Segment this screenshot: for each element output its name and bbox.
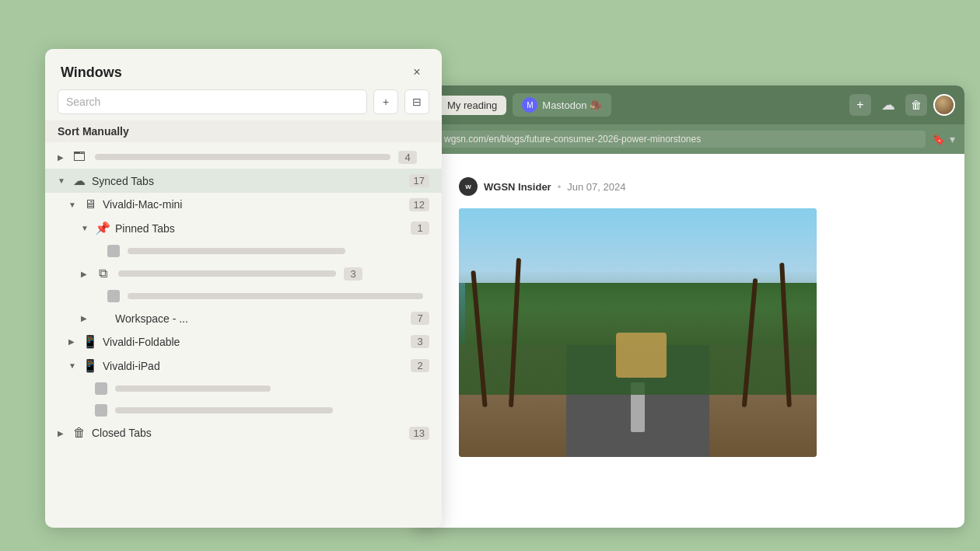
pin-icon: 📌 xyxy=(95,221,110,235)
new-tab-button[interactable]: + xyxy=(849,94,871,116)
bookmark-icon[interactable]: 🔖 xyxy=(932,133,945,145)
close-button[interactable]: × xyxy=(408,63,426,82)
tab-title-placeholder xyxy=(115,407,333,413)
tab-title-placeholder xyxy=(128,293,423,299)
article-date: Jun 07, 2024 xyxy=(567,181,625,193)
list-item-pinned-tabs[interactable]: ▼ 📌 Pinned Tabs 1 xyxy=(45,216,442,240)
synced-tabs-count: 17 xyxy=(409,174,429,187)
list-item-workspace[interactable]: ▶ Workspace - ... 7 xyxy=(45,307,442,330)
mac-mini-count: 12 xyxy=(409,198,429,211)
tab-favicon-placeholder xyxy=(95,404,107,417)
list-item[interactable]: ▶ 🗔 4 xyxy=(45,145,442,169)
panel-title: Windows xyxy=(61,65,122,81)
list-item-ipad[interactable]: ▼ 📱 Vivaldi-iPad 2 xyxy=(45,354,442,378)
sort-row: Sort Manually xyxy=(45,120,442,142)
dropdown-icon[interactable]: ▾ xyxy=(950,133,955,145)
cloud-sync-icon: ☁ xyxy=(72,173,87,188)
list-item-tab[interactable] xyxy=(45,285,442,307)
list-item-closed-tabs[interactable]: ▶ 🗑 Closed Tabs 13 xyxy=(45,421,442,445)
closed-tabs-count: 13 xyxy=(409,427,429,440)
chevron-down-icon: ▼ xyxy=(68,201,78,209)
sort-label: Sort Manually xyxy=(58,125,129,138)
tab-mastodon-label: Mastodon 🦣 xyxy=(542,99,602,111)
synced-tabs-label: Synced Tabs xyxy=(92,175,404,187)
browser-toolbar: 🔖 My reading M Mastodon 🦣 + ☁ 🗑 xyxy=(412,85,964,124)
workspace-label: Workspace - ... xyxy=(115,312,406,325)
chevron-right-icon: ▶ xyxy=(81,270,90,278)
foldable-label: Vivaldi-Foldable xyxy=(103,336,406,348)
tablet-icon: 📱 xyxy=(82,358,98,373)
panel-header: Windows × xyxy=(45,49,442,89)
foldable-count: 3 xyxy=(411,335,429,348)
url-bar: ☰ wgsn.com/en/blogs/future-consumer-2026… xyxy=(412,124,964,154)
window-icon: 🗔 xyxy=(72,150,87,164)
chevron-down-icon: ▼ xyxy=(58,176,67,185)
browser-window: 🔖 My reading M Mastodon 🦣 + ☁ 🗑 ☰ wgsn.c… xyxy=(412,85,964,528)
chevron-right-icon: ▶ xyxy=(58,153,67,162)
pinned-tabs-count: 1 xyxy=(411,221,429,235)
url-text[interactable]: wgsn.com/en/blogs/future-consumer-2026-p… xyxy=(438,131,926,148)
list-item-pinned-item[interactable] xyxy=(45,240,442,262)
sync-icon[interactable]: ☁ xyxy=(877,94,899,116)
chevron-right-icon: ▶ xyxy=(81,314,90,323)
tab-title-placeholder xyxy=(95,154,390,160)
window-list: ▶ 🗔 4 ▼ ☁ Synced Tabs 17 ▼ 🖥 Vivaldi-Mac… xyxy=(45,142,442,528)
tab-title-placeholder xyxy=(128,248,345,254)
article-content: W WGSN Insider • Jun 07, 2024 xyxy=(412,154,964,480)
tab-group-count: 3 xyxy=(344,267,362,281)
search-input[interactable] xyxy=(58,89,367,114)
list-item-synced-tabs[interactable]: ▼ ☁ Synced Tabs 17 xyxy=(45,169,442,193)
workspace-count: 7 xyxy=(411,312,429,325)
manage-windows-button[interactable]: ⊟ xyxy=(404,89,429,114)
mastodon-icon: M xyxy=(522,97,537,113)
list-item-foldable[interactable]: ▶ 📱 Vivaldi-Foldable 3 xyxy=(45,330,442,354)
list-item-ipad-tab1[interactable] xyxy=(45,378,442,399)
pinned-tabs-label: Pinned Tabs xyxy=(115,222,406,235)
desktop-icon: 🖥 xyxy=(82,197,98,211)
chevron-down-icon: ▼ xyxy=(68,361,78,370)
list-item-mac-mini[interactable]: ▼ 🖥 Vivaldi-Mac-mini 12 xyxy=(45,193,442,216)
tab-favicon-placeholder xyxy=(95,382,107,395)
chevron-right-icon: ▶ xyxy=(68,337,78,346)
mac-mini-label: Vivaldi-Mac-mini xyxy=(103,198,404,211)
ipad-count: 2 xyxy=(411,359,429,372)
ipad-label: Vivaldi-iPad xyxy=(103,360,406,372)
mobile-icon: 📱 xyxy=(82,334,98,349)
tab-my-reading-label: My reading xyxy=(447,99,497,111)
add-window-button[interactable]: + xyxy=(373,89,398,114)
article-image xyxy=(459,208,817,457)
user-avatar[interactable] xyxy=(933,94,955,116)
windows-panel: Windows × + ⊟ Sort Manually ▶ 🗔 4 ▼ ☁ Sy… xyxy=(45,49,442,528)
closed-tabs-label: Closed Tabs xyxy=(92,427,404,439)
list-item-ipad-tab2[interactable] xyxy=(45,399,442,421)
article-meta: W WGSN Insider • Jun 07, 2024 xyxy=(459,177,918,196)
source-icon: W xyxy=(459,177,478,196)
trash-icon: 🗑 xyxy=(72,426,87,440)
tab-count: 4 xyxy=(398,151,417,164)
tab-favicon-placeholder xyxy=(107,245,120,257)
chevron-down-icon: ▼ xyxy=(81,224,90,232)
tab-title-placeholder xyxy=(115,385,271,392)
tab-title-placeholder xyxy=(118,270,336,277)
chevron-right-icon: ▶ xyxy=(58,429,67,438)
search-row: + ⊟ xyxy=(45,89,442,120)
trash-button[interactable]: 🗑 xyxy=(905,94,927,116)
tab-mastodon[interactable]: M Mastodon 🦣 xyxy=(513,93,611,117)
tab-stack-icon: ⧉ xyxy=(95,267,110,281)
source-name: WGSN Insider xyxy=(484,181,551,193)
list-item-tab-group[interactable]: ▶ ⧉ 3 xyxy=(45,262,442,285)
tab-favicon-placeholder xyxy=(107,290,120,302)
